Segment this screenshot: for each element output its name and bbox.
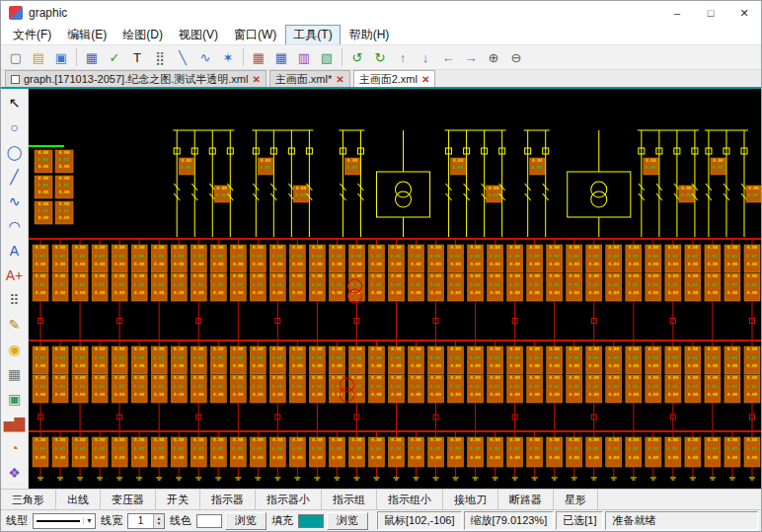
- menu-item-1[interactable]: 文件(F): [6, 26, 58, 44]
- shape-breaker-button[interactable]: 断路器: [498, 490, 554, 509]
- svg-text:0.00: 0.00: [233, 446, 244, 451]
- tab-close-icon[interactable]: ✕: [252, 74, 260, 85]
- tab-2[interactable]: 主画面.xml*✕: [269, 70, 350, 87]
- svg-text:0.00: 0.00: [174, 273, 185, 278]
- text-tool[interactable]: A: [3, 239, 27, 263]
- close-button[interactable]: ✕: [727, 1, 761, 25]
- shape-indicator-group-button[interactable]: 指示组: [322, 490, 377, 509]
- save-icon[interactable]: ▣: [50, 46, 72, 68]
- svg-text:0.00: 0.00: [332, 282, 343, 287]
- pie-chart-tool[interactable]: ◔: [3, 436, 27, 460]
- circle-tool[interactable]: ○: [3, 115, 27, 139]
- polyline-tool-icon[interactable]: ∿: [194, 46, 216, 68]
- tab-close-icon[interactable]: ✕: [421, 74, 429, 85]
- polyline-tool[interactable]: ∿: [3, 190, 27, 213]
- shape-indicator-button[interactable]: 指示器: [200, 490, 256, 509]
- line-type-select[interactable]: ▼: [33, 513, 96, 529]
- svg-text:0.00: 0.00: [312, 375, 323, 380]
- line-type-label: 线型: [6, 513, 28, 528]
- open-folder-icon[interactable]: ▤: [28, 46, 49, 68]
- down-arrow-icon[interactable]: ↓: [415, 46, 436, 68]
- text-plus-tool[interactable]: A+: [3, 264, 27, 287]
- table-orange-icon[interactable]: ▦: [248, 46, 269, 68]
- main-toolbar: ▢▤▣▦✓T⣿╲∿✶▦▦▥▧↺↻↑↓←→⊕⊖: [1, 44, 761, 70]
- points-icon[interactable]: ⣿: [149, 46, 171, 68]
- svg-text:0.00: 0.00: [668, 346, 679, 351]
- svg-text:0.00: 0.00: [213, 375, 224, 380]
- shape-transformer-button[interactable]: 变压器: [101, 490, 156, 509]
- svg-text:0.00: 0.00: [59, 176, 70, 181]
- maximize-button[interactable]: □: [694, 1, 727, 25]
- grid-icon[interactable]: ▦: [81, 46, 103, 68]
- bulb-tool[interactable]: ◉: [3, 338, 27, 361]
- svg-text:0.00: 0.00: [55, 355, 66, 360]
- image-tool[interactable]: ▣: [3, 387, 27, 411]
- shape-indicator-group-small-button[interactable]: 指示组小: [377, 490, 443, 509]
- menu-item-3[interactable]: 绘图(D): [115, 26, 170, 44]
- layers-icon[interactable]: ▧: [316, 46, 338, 68]
- shape-triangle-button[interactable]: 三角形: [1, 490, 56, 509]
- star-tool-icon[interactable]: ✶: [217, 46, 239, 68]
- shape-star-button[interactable]: 星形: [554, 490, 598, 509]
- status-cells: 鼠标[102,-106] 缩放[79.0123%] 已选[1] 准备就绪: [377, 511, 758, 530]
- text-tool-icon[interactable]: T: [126, 46, 148, 68]
- stepper-down-icon[interactable]: ▼: [157, 521, 162, 526]
- menu-item-2[interactable]: 编辑(E): [60, 26, 114, 44]
- line-tool-icon[interactable]: ╲: [172, 46, 193, 68]
- shape-outgoing-line-button[interactable]: 出线: [56, 490, 101, 509]
- zoom-out-icon[interactable]: ⊖: [505, 46, 527, 68]
- up-arrow-icon[interactable]: ↑: [392, 46, 414, 68]
- svg-text:0.00: 0.00: [213, 446, 224, 451]
- select-cursor-tool[interactable]: ↖: [3, 91, 27, 114]
- menu-item-7[interactable]: 帮助(H): [343, 26, 397, 44]
- arc-tool[interactable]: ◠: [3, 214, 27, 238]
- undo-icon[interactable]: ↺: [346, 46, 368, 68]
- shape-switch-button[interactable]: 开关: [156, 490, 200, 509]
- tab-1[interactable]: graph.[171013-2057].纪念之图.测试半透明.xml✕: [5, 70, 267, 87]
- line-tool[interactable]: ╱: [3, 165, 27, 189]
- menu-item-5[interactable]: 窗口(W): [227, 26, 283, 44]
- svg-text:0.00: 0.00: [609, 290, 620, 295]
- browse-line-color-button[interactable]: 浏览: [225, 512, 267, 530]
- apply-check-icon[interactable]: ✓: [104, 46, 125, 68]
- palette-tool[interactable]: ❖: [3, 461, 27, 485]
- svg-text:0.00: 0.00: [292, 245, 303, 250]
- svg-text:0.00: 0.00: [292, 455, 303, 460]
- svg-text:0.00: 0.00: [296, 186, 307, 190]
- svg-text:0.00: 0.00: [470, 437, 481, 442]
- tab-3[interactable]: 主画面2.xml✕: [353, 70, 436, 87]
- menu-item-6[interactable]: 工具(T): [285, 25, 340, 45]
- shape-indicator-small-button[interactable]: 指示器小: [256, 490, 322, 509]
- node-edit-tool[interactable]: ⠿: [3, 288, 27, 312]
- zoom-in-icon[interactable]: ⊕: [483, 46, 504, 68]
- fill-color-swatch[interactable]: [298, 514, 324, 528]
- svg-text:0.00: 0.00: [134, 254, 145, 259]
- bar-chart-tool[interactable]: ▅▇: [3, 412, 27, 435]
- tab-close-icon[interactable]: ✕: [336, 74, 343, 85]
- drawing-canvas[interactable]: 0.000.000.000.000.000.000.000.000.000.00…: [29, 89, 761, 489]
- menu-item-4[interactable]: 视图(V): [172, 26, 225, 44]
- svg-text:0.00: 0.00: [59, 190, 70, 194]
- right-arrow-icon[interactable]: →: [460, 46, 482, 68]
- svg-text:0.00: 0.00: [292, 355, 303, 360]
- svg-text:0.00: 0.00: [154, 290, 165, 295]
- stepper-buttons[interactable]: ▲ ▼: [153, 514, 164, 528]
- svg-text:0.00: 0.00: [668, 363, 679, 368]
- new-file-icon[interactable]: ▢: [5, 46, 27, 68]
- shape-ground-switch-button[interactable]: 接地刀: [443, 490, 498, 509]
- svg-text:0.00: 0.00: [509, 446, 520, 451]
- minimize-button[interactable]: –: [660, 1, 694, 25]
- svg-text:0.00: 0.00: [114, 273, 125, 278]
- chevron-down-icon[interactable]: ▼: [83, 517, 95, 524]
- snap-grid-tool[interactable]: ▦: [3, 362, 27, 386]
- browse-fill-color-button[interactable]: 浏览: [327, 512, 368, 530]
- line-color-swatch[interactable]: [196, 514, 222, 528]
- svg-text:0.00: 0.00: [589, 245, 600, 250]
- pencil-tool[interactable]: ✎: [3, 313, 27, 337]
- left-arrow-icon[interactable]: ←: [437, 46, 459, 68]
- chart-panel-icon[interactable]: ▥: [293, 46, 315, 68]
- ellipse-tool[interactable]: ◯: [3, 140, 27, 164]
- line-width-stepper[interactable]: 1 ▲ ▼: [127, 513, 165, 529]
- table-blue-icon[interactable]: ▦: [270, 46, 292, 68]
- redo-icon[interactable]: ↻: [369, 46, 391, 68]
